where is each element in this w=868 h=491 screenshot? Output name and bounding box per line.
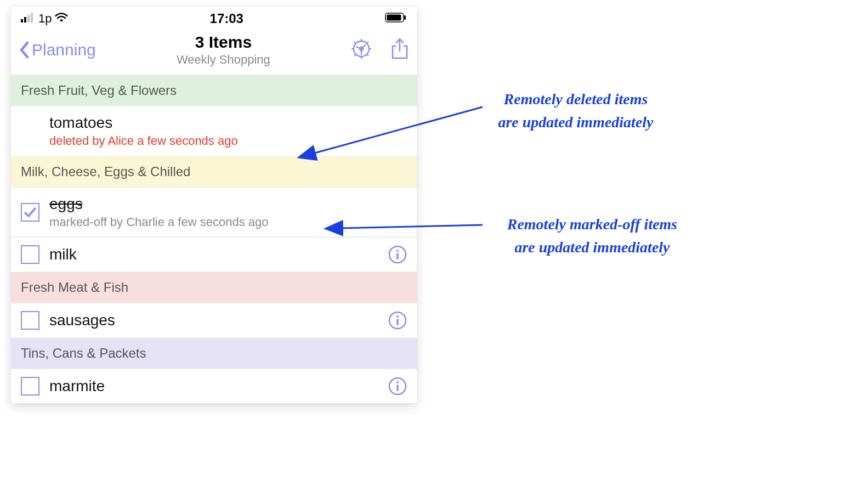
svg-rect-26: [396, 319, 398, 325]
svg-rect-2: [27, 15, 30, 22]
list-item-milk[interactable]: milk: [11, 238, 417, 272]
list-item-sausages[interactable]: sausages: [11, 303, 417, 338]
checkbox-placeholder: [21, 122, 39, 140]
info-icon: [388, 245, 407, 264]
back-label: Planning: [32, 41, 96, 59]
signal-icon: [21, 13, 35, 25]
back-button[interactable]: Planning: [19, 41, 96, 59]
section-header-tins-cans: Tins, Cans & Packets: [11, 338, 417, 369]
svg-line-17: [361, 44, 366, 49]
share-button[interactable]: [390, 38, 409, 62]
nav-bar: Planning 3 Items Weekly Shopping: [11, 29, 417, 75]
checkmark-icon: [23, 205, 37, 219]
svg-line-13: [367, 42, 368, 43]
svg-point-22: [396, 250, 399, 252]
svg-rect-23: [396, 253, 398, 259]
wifi-icon: [55, 13, 68, 25]
item-name: marmite: [49, 377, 378, 395]
annotation-markedoff: Remotely marked-off items are updated im…: [477, 213, 707, 259]
share-icon: [390, 38, 409, 60]
info-button[interactable]: [388, 245, 407, 264]
checkbox-milk[interactable]: [21, 245, 39, 264]
svg-line-14: [354, 54, 356, 56]
svg-rect-5: [404, 15, 406, 20]
gear-icon: [351, 38, 372, 59]
svg-rect-6: [387, 15, 401, 21]
phone-frame: 1p 17:03 Planning: [11, 7, 417, 403]
nav-title-block: 3 Items Weekly Shopping: [96, 33, 351, 67]
svg-rect-1: [24, 17, 26, 22]
svg-line-31: [313, 107, 483, 154]
svg-point-25: [396, 315, 399, 318]
checkbox-sausages[interactable]: [21, 311, 39, 330]
chevron-left-icon: [19, 41, 30, 59]
section-header-meat-fish: Fresh Meat & Fish: [11, 272, 417, 303]
item-name: milk: [49, 246, 378, 263]
svg-line-33: [340, 225, 483, 228]
list-item-marmite[interactable]: marmite: [11, 369, 417, 403]
annotation-deleted: Remotely deleted items are updated immed…: [477, 88, 674, 134]
battery-icon: [385, 13, 407, 25]
svg-point-28: [396, 381, 399, 383]
info-button[interactable]: [388, 377, 407, 396]
settings-button[interactable]: [351, 38, 372, 61]
arrow-to-deleted: [307, 99, 488, 165]
nav-title: 3 Items: [96, 33, 351, 52]
svg-line-15: [367, 54, 368, 56]
status-bar: 1p 17:03: [11, 7, 417, 29]
carrier-label: 1p: [38, 12, 52, 26]
checkbox-marmite[interactable]: [21, 377, 39, 396]
svg-line-12: [354, 42, 356, 43]
clock: 17:03: [210, 11, 243, 26]
svg-rect-3: [31, 13, 33, 22]
svg-rect-29: [396, 385, 398, 391]
info-icon: [388, 377, 407, 396]
item-name: sausages: [49, 312, 378, 329]
info-button[interactable]: [388, 311, 407, 330]
item-name: eggs: [49, 195, 407, 213]
info-icon: [388, 311, 407, 330]
arrow-to-markedoff: [334, 218, 488, 240]
svg-rect-0: [21, 19, 23, 22]
checkbox-eggs[interactable]: [21, 203, 39, 222]
nav-subtitle: Weekly Shopping: [96, 53, 351, 67]
